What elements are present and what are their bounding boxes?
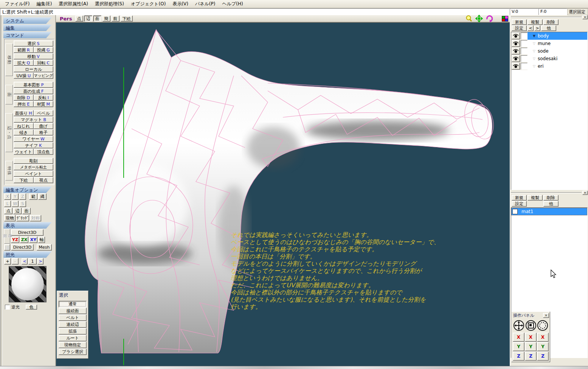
front-only-toggle[interactable]: 前 <box>112 16 119 22</box>
selection-lock-label[interactable]: 選択固定 <box>567 8 588 15</box>
axis-z-toggle[interactable]: Z <box>19 193 26 200</box>
light-color-button[interactable]: 色 <box>26 305 37 310</box>
cmd-bevel-button[interactable]: ベベル <box>34 110 54 116</box>
select-normal-button[interactable]: 通常 <box>59 301 87 307</box>
renderer-button[interactable]: Direct3D <box>11 244 34 251</box>
object-lock-slot[interactable] <box>521 40 527 47</box>
material-row[interactable]: mat1 <box>511 208 587 215</box>
axis-display-toggle[interactable]: 軸 <box>38 237 45 243</box>
cmd-tilt-button[interactable]: 傾き <box>14 129 34 135</box>
pan-icon[interactable] <box>475 15 483 22</box>
object-lock-slot[interactable] <box>521 55 527 62</box>
local-l-toggle[interactable]: L <box>4 201 11 207</box>
cmd-mapping-button[interactable]: マッピング <box>34 73 54 79</box>
face-edit-toggle[interactable]: 面 <box>22 208 31 214</box>
expand-triangle-icon[interactable]: ▼ <box>533 34 535 38</box>
view-mode-label[interactable]: Pers <box>60 16 72 22</box>
axis-y-toggle[interactable]: Y <box>12 193 19 200</box>
select-expand-button[interactable]: 拡張 <box>59 328 87 335</box>
underlay-toggle[interactable]: 下絵 <box>121 16 133 22</box>
panel-header-command[interactable]: コマンド <box>3 32 52 38</box>
scale-x-button[interactable]: X <box>525 333 537 342</box>
multi-view-toggle[interactable]: ||| <box>4 244 10 251</box>
object-settings-button[interactable]: 設定 <box>512 25 527 31</box>
model-canvas[interactable] <box>56 15 510 366</box>
cmd-wire-button[interactable]: ワイヤーW <box>14 136 53 142</box>
direct3d-button[interactable]: Direct3D <box>11 229 43 236</box>
panel-header-system[interactable]: システム <box>3 17 52 24</box>
cmd-magnet-button[interactable]: マグネットB <box>14 117 53 123</box>
object-duplicate-button[interactable]: 複製 <box>527 19 543 25</box>
object-delete-button[interactable]: 削除 <box>543 19 559 25</box>
visibility-eye-icon[interactable] <box>512 55 520 62</box>
symmetry-toggle[interactable]: 対称 <box>30 215 41 221</box>
cmd-underlay-button[interactable]: 下絵 <box>14 177 34 183</box>
material-panel-close-icon[interactable] <box>582 191 588 195</box>
simple-display-toggle[interactable]: 簡 <box>102 16 110 22</box>
menu-object[interactable]: オブジェクト(O) <box>127 0 169 8</box>
menu-file[interactable]: ファイル(F) <box>2 0 33 8</box>
select-edge-loop-button[interactable]: 連続辺 <box>59 321 87 328</box>
cmd-local-button[interactable]: ローカル <box>14 66 53 72</box>
cmd-vertex-color-button[interactable]: 頂点色 <box>34 149 54 155</box>
cmd-sculpt-button[interactable]: 彫刻 <box>14 158 53 164</box>
expand-triangle-icon[interactable]: ▽ <box>533 57 535 61</box>
move-tool-icon[interactable] <box>513 320 524 331</box>
object-row[interactable]: ▽mune <box>511 40 587 47</box>
move-y-button[interactable]: Y <box>513 342 524 351</box>
visibility-eye-icon[interactable] <box>512 40 520 47</box>
rotate-z-button[interactable]: Z <box>537 352 549 361</box>
grid-snap-toggle[interactable]: ｸﾞﾘｯﾄﾞ <box>16 215 29 221</box>
expand-triangle-icon[interactable]: ▽ <box>533 49 535 53</box>
view-zx-button[interactable]: ZX <box>20 237 28 243</box>
mesh-display-toggle[interactable]: Mesh <box>37 244 52 251</box>
expand-triangle-icon[interactable]: ▽ <box>533 64 535 68</box>
world-w-toggle[interactable]: W <box>12 201 19 207</box>
cmd-invert-button[interactable]: 反転I <box>34 95 54 101</box>
rotate-view-icon[interactable] <box>486 15 493 22</box>
rotate-x-button[interactable]: X <box>537 333 549 342</box>
visibility-eye-icon[interactable] <box>512 33 520 39</box>
screen-s-toggle[interactable]: S <box>19 201 26 207</box>
rotate-tool-icon[interactable] <box>537 320 548 331</box>
select-current-object-button[interactable]: 現物指定 <box>59 342 87 348</box>
menu-view[interactable]: 表示(V) <box>169 0 192 8</box>
rope-mode-toggle[interactable]: 縄 <box>38 193 47 200</box>
cmd-select-button[interactable]: 選択S <box>14 40 53 47</box>
menu-edit[interactable]: 編集(E) <box>33 0 55 8</box>
select-belt-button[interactable]: ベルト <box>59 315 87 321</box>
range-mode-toggle[interactable]: 範 <box>29 193 37 200</box>
material-delete-button[interactable]: 削除 <box>543 195 559 201</box>
cmd-bend-button[interactable]: 曲げ <box>34 123 54 129</box>
object-row[interactable]: ▽sodesaki <box>511 55 587 62</box>
cmd-twist-button[interactable]: ねじれ <box>14 123 34 129</box>
cmd-rotate-button[interactable]: 回転C <box>34 60 54 66</box>
light-next-button[interactable]: > <box>37 258 43 265</box>
tab-face-group[interactable]: 面 <box>5 85 13 104</box>
show-faces-toggle[interactable]: 面 <box>93 16 101 22</box>
menu-selection-proc[interactable]: 選択部処理(S) <box>92 0 127 8</box>
edge-edit-toggle[interactable]: 辺 <box>13 208 22 214</box>
cmd-range-button[interactable]: 範囲R <box>14 47 34 53</box>
object-row[interactable]: ▼body <box>511 32 587 40</box>
scale-y-button[interactable]: Y <box>525 342 537 351</box>
panel-header-lighting[interactable]: 照光 <box>3 251 52 258</box>
material-other-button[interactable]: 他 <box>543 201 559 207</box>
object-panel-close-icon[interactable] <box>582 15 588 19</box>
object-row[interactable]: ▽sode <box>511 47 587 55</box>
object-prev-button[interactable]: < <box>527 25 534 31</box>
visibility-eye-icon[interactable] <box>512 48 520 54</box>
scale-z-button[interactable]: Z <box>525 352 537 361</box>
cmd-move-button[interactable]: 移動V <box>14 53 53 59</box>
material-settings-button[interactable]: 設定 <box>512 201 527 207</box>
cmd-face-stretch-button[interactable]: 面張りH <box>14 110 34 116</box>
object-next-button[interactable]: > <box>534 25 540 31</box>
cmd-viewpoint-button[interactable]: 視点 <box>34 177 54 183</box>
point-edit-toggle[interactable]: 点 <box>4 208 12 214</box>
cmd-lasso-button[interactable]: 投縄G <box>34 47 54 53</box>
show-points-toggle[interactable]: 点 <box>75 16 83 22</box>
color-mode-icon[interactable] <box>502 16 508 22</box>
menu-panel[interactable]: パネル(P) <box>192 0 219 8</box>
select-connected-faces-button[interactable]: 接続面 <box>59 308 87 314</box>
cmd-paint-button[interactable]: ペイント <box>14 171 53 177</box>
